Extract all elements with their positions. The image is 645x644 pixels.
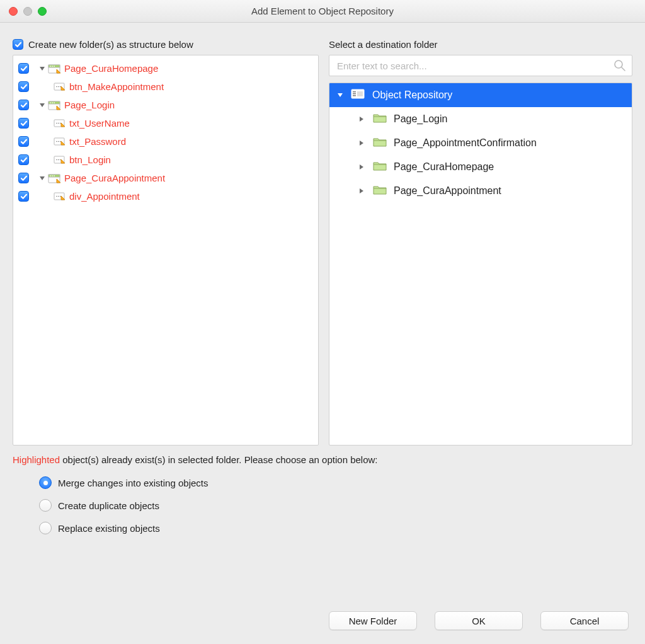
tree-checkbox[interactable] xyxy=(18,118,29,129)
svg-point-32 xyxy=(56,195,57,197)
tree-checkbox[interactable] xyxy=(18,100,29,110)
svg-point-15 xyxy=(56,122,57,124)
merge-option-label: Merge changes into existing objects xyxy=(58,478,208,488)
destination-folder-row[interactable]: Page_Login xyxy=(329,107,632,131)
new-folder-button[interactable]: New Folder xyxy=(329,611,417,630)
page-folder-icon xyxy=(48,63,62,74)
tree-folder-row[interactable]: Page_CuraHomepage xyxy=(16,59,316,78)
folder-icon xyxy=(372,135,387,151)
tree-folder-label: Page_CuraAppointment xyxy=(64,173,165,183)
folder-icon xyxy=(372,159,387,175)
destination-folder-row[interactable]: Page_CuraHomepage xyxy=(329,155,632,179)
merge-option-radio[interactable] xyxy=(39,476,52,489)
tree-checkbox[interactable] xyxy=(18,173,29,183)
create-folder-structure-checkbox[interactable] xyxy=(13,39,23,50)
tree-object-label: div_Appointment xyxy=(69,191,140,202)
tree-object-row[interactable]: txt_UserName xyxy=(16,114,316,132)
chevron-right-icon[interactable] xyxy=(357,115,366,124)
chevron-down-icon[interactable] xyxy=(38,64,47,73)
destination-header: Select a destination folder xyxy=(329,39,632,50)
destination-folder-label: Page_CuraAppointment xyxy=(394,185,501,197)
test-object-icon xyxy=(53,81,67,93)
destination-folder-row[interactable]: Page_AppointmentConfirmation xyxy=(329,131,632,155)
svg-point-35 xyxy=(615,60,622,68)
tree-folder-row[interactable]: Page_Login xyxy=(16,96,316,114)
svg-rect-11 xyxy=(50,102,51,103)
traffic-lights xyxy=(0,7,47,16)
chevron-down-icon[interactable] xyxy=(336,91,345,100)
source-tree-panel[interactable]: Page_CuraHomepage btn_MakeAppointment xyxy=(13,55,319,446)
tree-object-row[interactable]: div_Appointment xyxy=(16,187,316,205)
destination-root-row[interactable]: Object Repository xyxy=(329,83,632,107)
duplicate-option-label: Create duplicate objects xyxy=(58,500,159,511)
svg-point-33 xyxy=(58,195,59,197)
svg-rect-3 xyxy=(52,66,53,66)
folder-icon xyxy=(372,183,387,198)
tree-object-label: txt_Password xyxy=(69,136,126,147)
destination-folder-row[interactable]: Page_CuraAppointment xyxy=(329,179,632,203)
test-object-icon xyxy=(53,191,67,202)
svg-point-20 xyxy=(58,141,59,142)
destination-folder-label: Page_Login xyxy=(394,113,447,125)
svg-rect-40 xyxy=(353,95,356,96)
repository-icon xyxy=(351,88,366,103)
conflict-warning-note: Highlighted object(s) already exist(s) i… xyxy=(13,454,632,465)
tree-object-row[interactable]: txt_Password xyxy=(16,132,316,151)
svg-rect-30 xyxy=(54,175,55,176)
ok-button[interactable]: OK xyxy=(435,611,523,630)
minimize-window-icon xyxy=(23,7,32,16)
search-icon xyxy=(614,59,626,72)
replace-option-radio[interactable] xyxy=(39,522,52,534)
tree-checkbox[interactable] xyxy=(18,63,29,74)
duplicate-option-radio[interactable] xyxy=(39,499,52,512)
svg-point-6 xyxy=(56,86,57,87)
zoom-window-icon[interactable] xyxy=(38,7,47,16)
destination-folder-label: Page_AppointmentConfirmation xyxy=(394,137,537,149)
svg-line-36 xyxy=(622,67,625,71)
tree-checkbox[interactable] xyxy=(18,191,29,202)
svg-rect-13 xyxy=(54,102,55,103)
svg-point-23 xyxy=(56,159,57,160)
svg-point-16 xyxy=(58,122,59,124)
svg-rect-29 xyxy=(52,175,53,176)
cancel-button[interactable]: Cancel xyxy=(540,611,629,630)
tree-checkbox[interactable] xyxy=(18,136,29,147)
replace-option-label: Replace existing objects xyxy=(58,523,160,534)
svg-point-19 xyxy=(56,141,57,142)
folder-icon xyxy=(372,112,387,127)
tree-object-label: btn_MakeAppointment xyxy=(69,81,164,92)
tree-folder-label: Page_Login xyxy=(64,100,115,110)
search-input[interactable] xyxy=(329,55,632,76)
tree-checkbox[interactable] xyxy=(18,81,29,92)
highlighted-word: Highlighted xyxy=(13,454,60,465)
tree-checkbox[interactable] xyxy=(18,154,29,165)
svg-rect-28 xyxy=(50,175,51,176)
close-window-icon[interactable] xyxy=(9,7,18,16)
test-object-icon xyxy=(53,118,67,129)
tree-folder-label: Page_CuraHomepage xyxy=(64,63,158,74)
tree-folder-row[interactable]: Page_CuraAppointment xyxy=(16,169,316,187)
titlebar: Add Element to Object Repository xyxy=(0,0,645,23)
create-folder-structure-label: Create new folder(s) as structure below xyxy=(28,39,193,50)
page-folder-icon xyxy=(48,173,62,184)
destination-root-label: Object Repository xyxy=(372,89,452,101)
chevron-down-icon[interactable] xyxy=(38,174,47,183)
tree-object-row[interactable]: btn_Login xyxy=(16,151,316,169)
chevron-right-icon[interactable] xyxy=(357,139,366,147)
svg-rect-2 xyxy=(50,66,51,66)
svg-rect-41 xyxy=(357,91,363,96)
chevron-right-icon[interactable] xyxy=(357,187,366,195)
tree-object-label: btn_Login xyxy=(69,154,111,165)
test-object-icon xyxy=(53,136,67,147)
chevron-right-icon[interactable] xyxy=(357,163,366,171)
test-object-icon xyxy=(53,154,67,166)
chevron-down-icon[interactable] xyxy=(38,101,47,110)
page-folder-icon xyxy=(48,100,62,111)
tree-object-row[interactable]: btn_MakeAppointment xyxy=(16,78,316,96)
svg-rect-12 xyxy=(52,102,53,103)
destination-tree-panel[interactable]: Object Repository Page_Login Page_Appoin… xyxy=(329,83,632,446)
svg-rect-38 xyxy=(353,91,356,93)
window-title: Add Element to Object Repository xyxy=(0,6,645,16)
svg-point-24 xyxy=(58,159,59,160)
destination-folder-label: Page_CuraHomepage xyxy=(394,161,494,173)
